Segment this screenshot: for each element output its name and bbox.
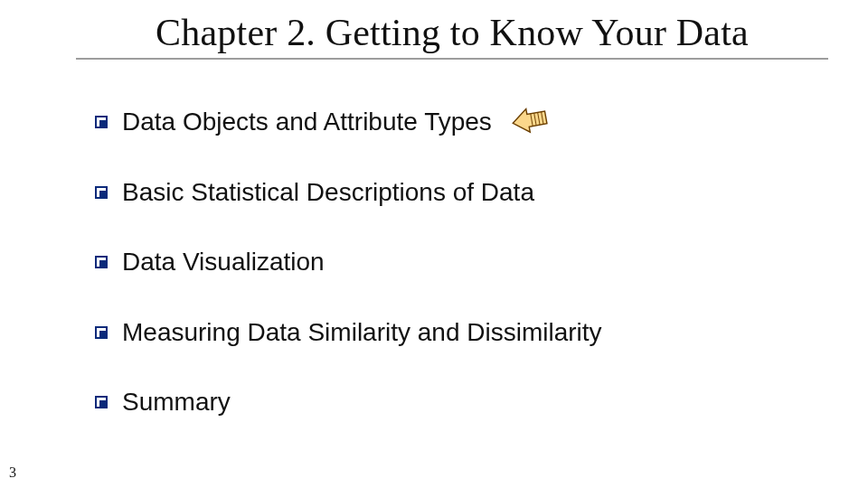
slide: Chapter 2. Getting to Know Your Data Dat… — [0, 0, 868, 488]
square-bullet-icon — [95, 116, 108, 128]
left-block-arrow-icon — [510, 105, 550, 139]
list-item: Data Objects and Attribute Types — [95, 107, 764, 137]
square-bullet-icon — [95, 186, 108, 199]
bullet-text: Summary — [122, 387, 231, 418]
page-number: 3 — [9, 465, 16, 481]
slide-title: Chapter 2. Getting to Know Your Data — [72, 11, 832, 58]
bullet-list: Data Objects and Attribute Types Basic S… — [95, 107, 764, 418]
title-block: Chapter 2. Getting to Know Your Data — [72, 11, 832, 60]
bullet-text: Measuring Data Similarity and Dissimilar… — [122, 317, 602, 348]
bullet-text: Basic Statistical Descriptions of Data — [122, 177, 534, 208]
square-bullet-icon — [95, 326, 108, 339]
title-underline — [76, 58, 828, 60]
list-item: Data Visualization — [95, 247, 764, 277]
square-bullet-icon — [95, 396, 108, 408]
bullet-text: Data Objects and Attribute Types — [122, 107, 492, 137]
square-bullet-icon — [95, 256, 108, 268]
list-item: Basic Statistical Descriptions of Data — [95, 177, 764, 208]
list-item: Summary — [95, 387, 764, 418]
list-item: Measuring Data Similarity and Dissimilar… — [95, 317, 764, 348]
bullet-text: Data Visualization — [122, 247, 325, 277]
